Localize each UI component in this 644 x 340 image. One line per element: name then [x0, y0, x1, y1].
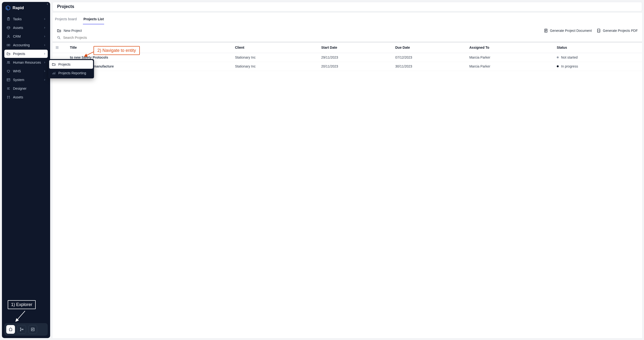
sidebar-item-accounting[interactable]: Accounting	[4, 41, 48, 49]
svg-point-16	[7, 98, 8, 98]
clipboard-icon	[6, 17, 10, 21]
people-icon	[6, 60, 10, 65]
nav-label: Designer	[13, 87, 26, 90]
svg-point-14	[7, 96, 8, 97]
new-project-button[interactable]: New Project	[57, 29, 82, 33]
submenu-label: Projects	[58, 63, 70, 66]
chevron-right-icon	[44, 18, 46, 20]
dock-explorer-button[interactable]	[6, 325, 15, 334]
pdf-icon: PDF	[596, 29, 601, 33]
svg-line-23	[16, 311, 25, 321]
dock-monitor-button[interactable]	[28, 325, 37, 334]
cell-assigned: Marcia Parker	[466, 62, 554, 71]
svg-point-3	[8, 35, 9, 37]
col-start-date[interactable]: Start Date	[318, 42, 392, 53]
search-icon	[57, 36, 61, 40]
sidebar-item-whs[interactable]: WHS	[4, 67, 48, 75]
svg-point-7	[9, 62, 10, 62]
tab-projects-board[interactable]: Projects board	[54, 16, 77, 24]
nav-label: Assets	[13, 26, 23, 30]
dock-flow-button[interactable]	[17, 325, 26, 334]
svg-rect-39	[57, 46, 58, 47]
generate-pdf-label: Generate Projects PDF	[603, 29, 638, 33]
page-header: Projects	[52, 2, 642, 11]
svg-point-15	[9, 96, 10, 97]
table-header-row: Title Client Start Date Due Date Assigne…	[52, 42, 642, 53]
svg-rect-41	[57, 48, 58, 49]
sidebar-item-projects[interactable]: Projects	[4, 50, 48, 58]
svg-line-37	[59, 38, 60, 39]
sidebar-collapse-button[interactable]	[46, 3, 49, 5]
sidebar-item-assets-2[interactable]: Assets	[4, 93, 48, 101]
svg-rect-40	[56, 48, 57, 49]
sidebar-item-system[interactable]: System	[4, 76, 48, 84]
lines-icon	[6, 86, 10, 91]
submenu-label: Projects Reporting	[58, 71, 86, 75]
col-status[interactable]: Status	[554, 42, 642, 53]
document-icon	[544, 29, 548, 33]
nav-label: System	[13, 78, 24, 82]
chevron-right-icon	[44, 61, 46, 64]
folder-plus-icon	[57, 29, 61, 33]
sidebar-nav: Tasks Assets CRM Acc	[2, 15, 50, 101]
tabs: Projects board Projects List	[52, 13, 642, 25]
cell-client: Stationary Inc	[232, 62, 318, 71]
cell-status: In progress	[554, 62, 642, 71]
toolbar: New Project Generate Project Document PD…	[52, 25, 642, 34]
bar-chart-icon	[52, 71, 56, 75]
svg-rect-4	[7, 44, 10, 46]
sidebar-item-human-resources[interactable]: Human Resources	[4, 58, 48, 67]
col-client[interactable]: Client	[232, 42, 318, 53]
tab-projects-list[interactable]: Projects List	[83, 16, 104, 24]
chevron-right-icon	[44, 79, 46, 81]
nav-label: Projects	[13, 52, 25, 56]
assets-plus-icon	[6, 95, 10, 99]
col-due-date[interactable]: Due Date	[392, 42, 466, 53]
grid-icon	[56, 46, 64, 49]
cell-due: 30/11/2023	[392, 62, 466, 71]
cell-start: 29/11/2023	[318, 53, 392, 62]
svg-point-36	[58, 37, 60, 38]
nav-label: WHS	[13, 69, 21, 73]
chevron-right-icon	[44, 35, 46, 38]
svg-point-24	[20, 328, 21, 328]
submenu-item-projects[interactable]: Projects	[49, 60, 93, 69]
col-selector[interactable]	[52, 42, 67, 53]
cell-status: Not started	[554, 53, 642, 62]
svg-point-6	[8, 61, 8, 62]
annotation-navigate-callout: 2) Navigate to entity	[94, 46, 140, 55]
svg-point-5	[8, 45, 9, 46]
new-project-label: New Project	[64, 29, 82, 33]
folder-icon	[52, 62, 56, 67]
submenu-item-projects-reporting[interactable]: Projects Reporting	[49, 69, 93, 77]
table-row[interactable]: omated pencil manufacture Stationary Inc…	[52, 62, 642, 71]
sidebar-item-assets[interactable]: Assets	[4, 24, 48, 32]
sidebar-item-crm[interactable]: CRM	[4, 32, 48, 41]
search-input[interactable]	[63, 36, 638, 40]
svg-rect-38	[56, 46, 57, 47]
cell-start: 20/11/2023	[318, 62, 392, 71]
sidebar-item-designer[interactable]: Designer	[4, 84, 48, 93]
cell-client: Stationary Inc	[232, 53, 318, 62]
generate-projects-pdf-button[interactable]: PDF Generate Projects PDF	[596, 29, 638, 33]
col-title[interactable]: Title	[67, 42, 232, 53]
chevron-right-icon	[44, 70, 46, 72]
chevron-right-icon	[44, 44, 46, 46]
svg-point-25	[20, 330, 21, 331]
generate-project-document-button[interactable]: Generate Project Document	[544, 29, 592, 33]
sidebar-brand-row: Rapid	[2, 2, 50, 15]
status-dot-icon	[557, 57, 559, 58]
col-assigned-to[interactable]: Assigned To	[466, 42, 554, 53]
svg-rect-8	[7, 79, 10, 81]
table-row[interactable]: to new Safety Protocols Stationary Inc 2…	[52, 53, 642, 62]
folder-icon	[6, 52, 10, 56]
sidebar-item-tasks[interactable]: Tasks	[4, 15, 48, 23]
nav-label: Human Resources	[13, 61, 41, 64]
nav-label: Tasks	[13, 17, 22, 21]
nav-label: Assets	[13, 95, 23, 99]
logo-icon	[5, 5, 10, 11]
projects-submenu: Projects Projects Reporting	[48, 59, 94, 78]
status-dot-icon	[557, 65, 559, 67]
generate-doc-label: Generate Project Document	[550, 29, 592, 33]
sidebar: Rapid Tasks Assets	[2, 2, 50, 338]
